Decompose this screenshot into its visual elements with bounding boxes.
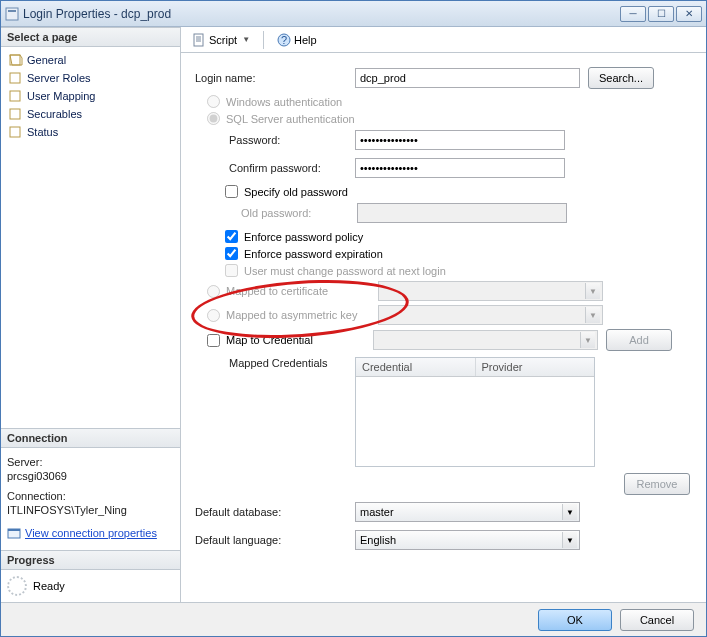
chevron-down-icon: ▼: [585, 307, 600, 323]
svg-rect-5: [10, 109, 20, 119]
mapped-credentials-label: Mapped Credentials: [195, 357, 355, 369]
confirm-password-input[interactable]: [355, 158, 565, 178]
default-database-combo[interactable]: master ▼: [355, 502, 580, 522]
add-button: Add: [606, 329, 672, 351]
help-label: Help: [294, 34, 317, 46]
view-connection-properties-link[interactable]: View connection properties: [25, 527, 157, 539]
window-title: Login Properties - dcp_prod: [23, 7, 620, 21]
sql-auth-radio: [207, 112, 220, 125]
page-icon: [9, 53, 23, 67]
connection-properties-icon: [7, 526, 21, 540]
right-panel: Script ▼ ? Help Login name: Search...: [181, 27, 706, 602]
page-user-mapping[interactable]: User Mapping: [3, 87, 178, 105]
login-name-label: Login name:: [195, 72, 355, 84]
connection-value: ITLINFOSYS\Tyler_Ning: [7, 504, 174, 516]
login-properties-window: Login Properties - dcp_prod ─ ☐ ✕ Select…: [0, 0, 707, 637]
cancel-button[interactable]: Cancel: [620, 609, 694, 631]
page-status[interactable]: Status: [3, 123, 178, 141]
cert-combo: ▼: [378, 281, 603, 301]
chevron-down-icon: ▼: [580, 332, 595, 348]
help-button[interactable]: ? Help: [272, 30, 322, 50]
sql-auth-label: SQL Server authentication: [226, 113, 355, 125]
asym-combo: ▼: [378, 305, 603, 325]
page-label: General: [27, 54, 66, 66]
old-password-input: [357, 203, 567, 223]
credential-combo: ▼: [373, 330, 598, 350]
chevron-down-icon: ▼: [242, 35, 250, 44]
script-button[interactable]: Script ▼: [187, 30, 255, 50]
connection-label: Connection:: [7, 490, 174, 502]
map-credential-checkbox[interactable]: [207, 334, 220, 347]
select-page-header: Select a page: [1, 27, 180, 47]
connection-info: Server: prcsgi03069 Connection: ITLINFOS…: [1, 448, 180, 550]
svg-rect-1: [8, 10, 16, 12]
page-label: Securables: [27, 108, 82, 120]
page-icon: [9, 107, 23, 121]
enforce-policy-checkbox[interactable]: [225, 230, 238, 243]
search-button[interactable]: Search...: [588, 67, 654, 89]
connection-header: Connection: [1, 428, 180, 448]
left-panel: Select a page General Server Roles User …: [1, 27, 181, 602]
windows-auth-label: Windows authentication: [226, 96, 342, 108]
svg-rect-6: [10, 127, 20, 137]
mapped-cert-label: Mapped to certificate: [226, 285, 372, 297]
app-icon: [5, 7, 19, 21]
credentials-table: Credential Provider: [355, 357, 595, 467]
progress-header: Progress: [1, 550, 180, 570]
default-database-label: Default database:: [195, 506, 355, 518]
page-list: General Server Roles User Mapping Secura…: [1, 47, 180, 428]
page-label: Status: [27, 126, 58, 138]
script-label: Script: [209, 34, 237, 46]
svg-rect-9: [194, 34, 203, 46]
default-language-combo[interactable]: English ▼: [355, 530, 580, 550]
mapped-asym-label: Mapped to asymmetric key: [226, 309, 372, 321]
help-icon: ?: [277, 33, 291, 47]
svg-rect-0: [6, 8, 18, 20]
password-label: Password:: [195, 134, 355, 146]
page-icon: [9, 125, 23, 139]
toolbar: Script ▼ ? Help: [181, 27, 706, 53]
page-icon: [9, 89, 23, 103]
svg-text:?: ?: [281, 34, 287, 46]
svg-rect-8: [8, 529, 20, 531]
page-securables[interactable]: Securables: [3, 105, 178, 123]
page-icon: [9, 71, 23, 85]
chevron-down-icon: ▼: [562, 504, 577, 520]
maximize-button[interactable]: ☐: [648, 6, 674, 22]
login-name-input[interactable]: [355, 68, 580, 88]
svg-rect-3: [10, 73, 20, 83]
remove-button: Remove: [624, 473, 690, 495]
server-label: Server:: [7, 456, 174, 468]
default-language-label: Default language:: [195, 534, 355, 546]
chevron-down-icon: ▼: [562, 532, 577, 548]
confirm-password-label: Confirm password:: [195, 162, 355, 174]
col-provider: Provider: [476, 358, 595, 376]
enforce-expiration-checkbox[interactable]: [225, 247, 238, 260]
specify-old-password-label: Specify old password: [244, 186, 348, 198]
enforce-expiration-label: Enforce password expiration: [244, 248, 383, 260]
script-icon: [192, 33, 206, 47]
svg-rect-4: [10, 91, 20, 101]
map-credential-label: Map to Credential: [226, 334, 373, 346]
windows-auth-radio: [207, 95, 220, 108]
page-label: Server Roles: [27, 72, 91, 84]
close-button[interactable]: ✕: [676, 6, 702, 22]
page-general[interactable]: General: [3, 51, 178, 69]
bottom-bar: OK Cancel: [1, 602, 706, 636]
specify-old-password-checkbox[interactable]: [225, 185, 238, 198]
ok-button[interactable]: OK: [538, 609, 612, 631]
titlebar: Login Properties - dcp_prod ─ ☐ ✕: [1, 1, 706, 27]
default-language-value: English: [360, 534, 396, 546]
progress-label: Ready: [33, 580, 65, 592]
password-input[interactable]: [355, 130, 565, 150]
mapped-asym-radio: [207, 309, 220, 322]
must-change-label: User must change password at next login: [244, 265, 446, 277]
chevron-down-icon: ▼: [585, 283, 600, 299]
minimize-button[interactable]: ─: [620, 6, 646, 22]
mapped-cert-radio: [207, 285, 220, 298]
page-label: User Mapping: [27, 90, 95, 102]
progress-status: Ready: [1, 570, 180, 602]
progress-spinner-icon: [7, 576, 27, 596]
server-value: prcsgi03069: [7, 470, 174, 482]
page-server-roles[interactable]: Server Roles: [3, 69, 178, 87]
